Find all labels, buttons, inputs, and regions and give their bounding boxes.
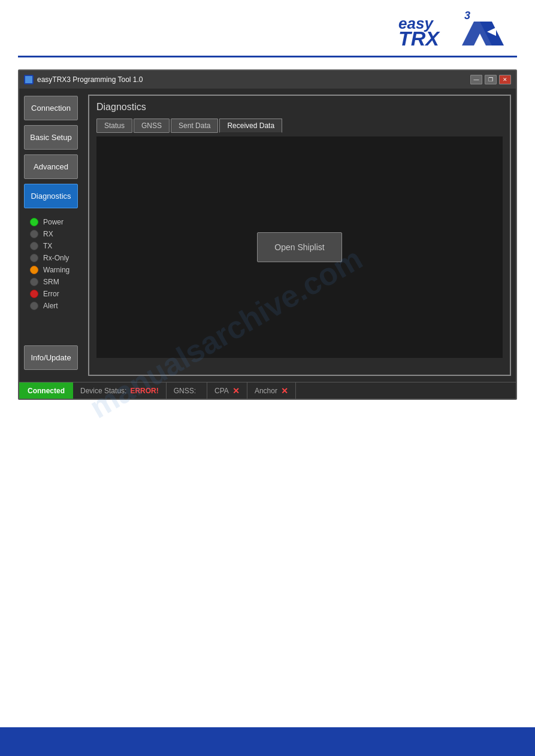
- device-status-label: Device Status:: [80, 387, 126, 395]
- error-indicator: Error: [30, 290, 83, 298]
- advanced-button[interactable]: Advanced: [24, 154, 78, 179]
- srm-indicator: SRM: [30, 278, 83, 286]
- app-icon: [24, 75, 34, 84]
- logo-svg: easy 3 TRX: [397, 11, 517, 50]
- warning-label: Warning: [43, 266, 69, 274]
- rx-only-indicator: Rx-Only: [30, 254, 83, 262]
- window-title: easyTRX3 Programming Tool 1.0: [37, 75, 143, 84]
- warning-indicator: Warning: [30, 266, 83, 274]
- anchor-label: Anchor: [255, 387, 277, 395]
- header-divider: [18, 56, 517, 57]
- main-content: Connection Basic Setup Advanced Diagnost…: [19, 89, 516, 382]
- window-controls: — ❐ ✕: [470, 75, 511, 84]
- svg-text:3: 3: [464, 11, 470, 22]
- status-bar: Connected Device Status: ERROR! GNSS: CP…: [19, 382, 516, 399]
- info-update-button[interactable]: Info/Update: [24, 345, 78, 370]
- header: easy 3 TRX: [0, 0, 535, 56]
- title-bar: easyTRX3 Programming Tool 1.0 — ❐ ✕: [19, 71, 516, 89]
- alert-label: Alert: [43, 302, 58, 310]
- cpa-status-icon: ✕: [232, 386, 240, 396]
- power-indicator: Power: [30, 218, 83, 226]
- panel-title: Diagnostics: [96, 102, 503, 113]
- status-indicators: Power RX TX Rx-Only: [24, 213, 83, 341]
- rx-indicator: RX: [30, 230, 83, 238]
- srm-label: SRM: [43, 278, 59, 286]
- srm-led: [30, 278, 38, 286]
- tab-content-area: Open Shiplist: [96, 136, 503, 358]
- gnss-label: GNSS:: [174, 387, 196, 395]
- alert-indicator: Alert: [30, 302, 83, 310]
- logo: easy 3 TRX: [397, 11, 517, 50]
- gnss-section: GNSS:: [167, 382, 207, 399]
- close-button[interactable]: ✕: [499, 75, 511, 84]
- rx-led: [30, 230, 38, 238]
- sidebar: Connection Basic Setup Advanced Diagnost…: [19, 89, 88, 382]
- cpa-section: CPA ✕: [207, 382, 247, 399]
- application-window: easyTRX3 Programming Tool 1.0 — ❐ ✕ Conn…: [18, 69, 517, 400]
- open-shiplist-button[interactable]: Open Shiplist: [257, 232, 341, 262]
- error-label: Error: [43, 290, 59, 298]
- power-led: [30, 218, 38, 226]
- device-status-section: Device Status: ERROR!: [73, 382, 167, 399]
- tx-label: TX: [43, 242, 52, 250]
- connection-status: Connected: [19, 382, 73, 399]
- tab-status[interactable]: Status: [96, 119, 132, 133]
- tab-sent-data[interactable]: Sent Data: [171, 119, 218, 133]
- basic-setup-button[interactable]: Basic Setup: [24, 125, 78, 150]
- error-led: [30, 290, 38, 298]
- warning-led: [30, 266, 38, 274]
- footer-bar: [0, 727, 535, 756]
- diagnostics-button[interactable]: Diagnostics: [24, 184, 78, 208]
- diagnostics-tabs: Status GNSS Sent Data Received Data: [96, 119, 503, 133]
- power-label: Power: [43, 218, 64, 226]
- svg-text:TRX: TRX: [398, 27, 440, 50]
- restore-button[interactable]: ❐: [485, 75, 497, 84]
- connection-button[interactable]: Connection: [24, 96, 78, 120]
- anchor-status-icon: ✕: [281, 386, 288, 396]
- tab-received-data[interactable]: Received Data: [219, 119, 282, 133]
- tx-indicator: TX: [30, 242, 83, 250]
- alert-led: [30, 302, 38, 310]
- tab-gnss[interactable]: GNSS: [134, 119, 170, 133]
- title-bar-left: easyTRX3 Programming Tool 1.0: [24, 75, 143, 84]
- rx-only-label: Rx-Only: [43, 254, 69, 262]
- anchor-section: Anchor ✕: [247, 382, 296, 399]
- rx-label: RX: [43, 230, 53, 238]
- rx-only-led: [30, 254, 38, 262]
- svg-rect-6: [25, 76, 32, 83]
- minimize-button[interactable]: —: [470, 75, 482, 84]
- diagnostics-panel: Diagnostics Status GNSS Sent Data Receiv…: [88, 95, 511, 376]
- cpa-label: CPA: [214, 387, 229, 395]
- device-status-value: ERROR!: [130, 387, 158, 395]
- tx-led: [30, 242, 38, 250]
